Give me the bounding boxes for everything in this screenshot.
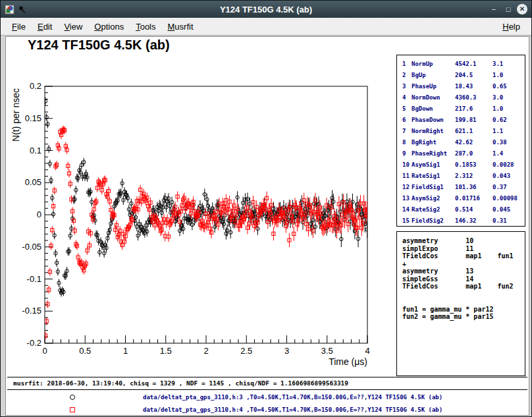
svg-text:-0.15: -0.15 bbox=[22, 306, 41, 316]
menu-item-edit[interactable]: Edit bbox=[32, 20, 58, 34]
fit-parameters-box: 1NormUp4542.13.12BgUp204.51.03PhaseUp18.… bbox=[396, 55, 525, 227]
menubar: FileEditViewOptionsToolsMusrfit Help bbox=[1, 18, 531, 36]
theory-line: simpleGss 14 bbox=[402, 275, 525, 283]
theory-line: asymmetry 10 bbox=[402, 237, 525, 245]
param-row: 1NormUp4542.13.1 bbox=[397, 58, 525, 69]
svg-text:2.5: 2.5 bbox=[240, 346, 252, 356]
theory-line: simplExpo 11 bbox=[402, 245, 525, 253]
svg-text:3.5: 3.5 bbox=[321, 346, 333, 356]
app-icon bbox=[5, 5, 14, 14]
menu-item-view[interactable]: View bbox=[58, 20, 88, 34]
circle-marker-icon bbox=[68, 393, 76, 401]
svg-text:1.5: 1.5 bbox=[160, 346, 172, 356]
menu-item-help[interactable]: Help bbox=[496, 20, 526, 34]
legend-label: data/deltat_pta_gps_3110,h:4 ,T0=4.50K,T… bbox=[143, 406, 442, 413]
svg-text:0: 0 bbox=[42, 346, 47, 356]
theory-line bbox=[402, 298, 525, 306]
menu-right: Help bbox=[496, 20, 526, 34]
theory-line: fun1 = gamma_mu * par12 bbox=[402, 306, 525, 314]
maximize-button[interactable]: □ bbox=[502, 3, 514, 15]
svg-text:0.2: 0.2 bbox=[30, 81, 41, 91]
param-row: 14RateSig20.5140.045 bbox=[397, 204, 525, 215]
divider-bottom bbox=[7, 389, 527, 390]
x-axis-label: Time (μs) bbox=[329, 356, 367, 367]
plot-canvas[interactable]: 00.511.522.533.54-0.2-0.15-0.1-0.0500.05… bbox=[6, 37, 396, 374]
menu-left: FileEditViewOptionsToolsMusrfit bbox=[6, 20, 200, 34]
legend-entry: data/deltat_pta_gps_3110,h:4 ,T0=4.50K,T… bbox=[68, 405, 442, 414]
svg-text:4: 4 bbox=[365, 346, 369, 356]
param-row: 5BgDown217.61.0 bbox=[397, 103, 525, 114]
svg-text:0.05: 0.05 bbox=[25, 177, 41, 187]
svg-text:0.5: 0.5 bbox=[79, 346, 91, 356]
svg-text:-0.1: -0.1 bbox=[27, 274, 41, 284]
svg-text:-0.05: -0.05 bbox=[22, 242, 41, 252]
svg-text:0.1: 0.1 bbox=[30, 146, 41, 155]
minimize-button[interactable]: − bbox=[488, 3, 500, 15]
theory-line: fun2 = gamma_mu * par15 bbox=[402, 313, 525, 321]
fit-status-line: musrfit: 2018-06-30, 13:19:40, chisq = 1… bbox=[13, 379, 348, 387]
window-title: Y124 TF150G 4.5K (ab) bbox=[220, 5, 312, 14]
app-window: Y124 TF150G 4.5K (ab) − □ ✕ FileEditView… bbox=[0, 0, 532, 417]
divider-top bbox=[7, 377, 527, 377]
theory-line: TFieldCos map1 fun2 bbox=[402, 283, 525, 291]
param-row: 8BgRight42.620.38 bbox=[397, 136, 525, 148]
menu-item-options[interactable]: Options bbox=[88, 20, 130, 34]
pin-icon[interactable] bbox=[18, 5, 26, 14]
svg-text:0: 0 bbox=[37, 209, 41, 219]
param-row: 3PhaseUp18.430.65 bbox=[397, 80, 525, 92]
param-row: 6PhaseDown199.810.62 bbox=[397, 114, 525, 125]
close-button[interactable]: ✕ bbox=[517, 4, 527, 14]
param-row: 4NormDown4360.33.0 bbox=[397, 92, 525, 103]
series-circle bbox=[43, 97, 369, 297]
legend-label: data/deltat_pta_gps_3110,h:3 ,T0=4.50K,T… bbox=[143, 394, 442, 401]
svg-text:3: 3 bbox=[284, 346, 289, 356]
root-canvas: Y124 TF150G 4.5K (ab) 00.511.522.533.54-… bbox=[5, 36, 529, 416]
param-row: 7NormRight621.11.1 bbox=[397, 125, 525, 136]
menu-item-tools[interactable]: Tools bbox=[130, 20, 161, 34]
theory-line: TFieldCos map1 fun1 bbox=[402, 252, 525, 260]
theory-line bbox=[402, 291, 525, 298]
param-row: 13AsymSig20.017160.00098 bbox=[397, 192, 525, 204]
param-row: 11RateSig12.3120.043 bbox=[397, 170, 525, 181]
param-row: 9PhaseRight287.01.4 bbox=[397, 148, 525, 159]
svg-text:-0.2: -0.2 bbox=[27, 338, 41, 348]
series-square bbox=[43, 126, 369, 340]
titlebar[interactable]: Y124 TF150G 4.5K (ab) − □ ✕ bbox=[1, 1, 531, 18]
param-row: 15FieldSig2146.320.31 bbox=[397, 215, 525, 226]
theory-line: + bbox=[402, 260, 525, 268]
menu-item-musrfit[interactable]: Musrfit bbox=[162, 20, 200, 34]
param-row: 2BgUp204.51.0 bbox=[397, 69, 525, 80]
param-row: 10AsymSig10.18530.0028 bbox=[397, 159, 525, 170]
square-marker-icon bbox=[68, 406, 76, 414]
theory-box: asymmetry 10simplExpo 11TFieldCos map1 f… bbox=[396, 231, 525, 376]
svg-text:0.15: 0.15 bbox=[25, 113, 41, 123]
menu-item-file[interactable]: File bbox=[6, 20, 32, 34]
param-row: 12FieldSig1101.360.37 bbox=[397, 181, 525, 192]
legend-entry: data/deltat_pta_gps_3110,h:3 ,T0=4.50K,T… bbox=[68, 393, 442, 401]
svg-text:2: 2 bbox=[203, 346, 208, 356]
theory-line: asymmetry 13 bbox=[402, 267, 525, 275]
y-axis-label: N(t) per nsec bbox=[11, 88, 21, 142]
svg-text:1: 1 bbox=[123, 346, 128, 356]
